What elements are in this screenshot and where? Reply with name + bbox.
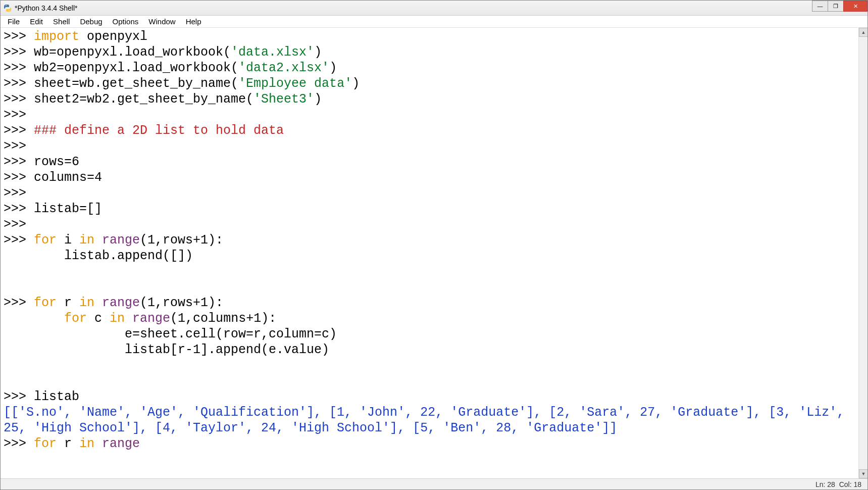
window-title: *Python 3.4.4 Shell* bbox=[15, 4, 78, 12]
status-col: Col: 18 bbox=[839, 480, 861, 488]
close-button[interactable]: ✕ bbox=[843, 1, 867, 12]
prompt: >>> bbox=[4, 29, 34, 44]
minimize-button[interactable]: — bbox=[812, 1, 828, 12]
code-text: ) bbox=[352, 76, 360, 91]
prompt: >>> bbox=[4, 186, 34, 201]
code-text: wb2=openpyxl.load_workbook( bbox=[34, 61, 238, 75]
prompt: >>> bbox=[4, 108, 34, 122]
kw-for: for bbox=[34, 233, 57, 248]
code-text bbox=[94, 436, 102, 451]
code-text bbox=[94, 296, 102, 310]
menu-debug[interactable]: Debug bbox=[75, 16, 107, 27]
content-wrap: >>> import openpyxl >>> wb=openpyxl.load… bbox=[1, 28, 867, 478]
builtin-range: range bbox=[102, 436, 140, 451]
status-line: Ln: 28 bbox=[815, 480, 835, 488]
code-text: r bbox=[57, 296, 79, 310]
code-text: openpyxl bbox=[79, 29, 147, 44]
code-text: ) bbox=[329, 61, 337, 75]
prompt: >>> bbox=[4, 45, 34, 60]
titlebar[interactable]: *Python 3.4.4 Shell* — ❐ ✕ bbox=[1, 1, 867, 16]
code-text bbox=[125, 311, 132, 326]
kw-for: for bbox=[34, 296, 57, 310]
kw-in: in bbox=[110, 311, 125, 326]
string-literal: 'Employee data' bbox=[238, 76, 352, 91]
menu-shell[interactable]: Shell bbox=[48, 16, 75, 27]
shell-content[interactable]: >>> import openpyxl >>> wb=openpyxl.load… bbox=[1, 28, 858, 478]
code-text bbox=[94, 233, 102, 248]
code-text: listab=[] bbox=[34, 202, 102, 216]
string-literal: 'Sheet3' bbox=[253, 92, 314, 107]
prompt: >>> bbox=[4, 61, 34, 75]
statusbar: Ln: 28 Col: 18 bbox=[1, 478, 867, 489]
menubar: File Edit Shell Debug Options Window Hel… bbox=[1, 16, 867, 28]
prompt: >>> bbox=[4, 139, 34, 154]
menu-edit[interactable]: Edit bbox=[25, 16, 48, 27]
output-text: [['S.no', 'Name', 'Age', 'Qualification'… bbox=[4, 405, 852, 435]
app-icon bbox=[4, 4, 12, 12]
builtin-range: range bbox=[102, 233, 140, 248]
kw-in: in bbox=[79, 296, 94, 310]
scroll-down-arrow[interactable]: ▼ bbox=[859, 469, 867, 478]
code-text: wb=openpyxl.load_workbook( bbox=[34, 45, 231, 60]
menu-options[interactable]: Options bbox=[108, 16, 144, 27]
code-text: (1,rows+1): bbox=[140, 233, 223, 248]
svg-point-0 bbox=[6, 5, 7, 6]
menu-window[interactable]: Window bbox=[143, 16, 180, 27]
prompt: >>> bbox=[4, 76, 34, 91]
code-text: e=sheet.cell(row=r,column=c) bbox=[4, 327, 337, 341]
prompt: >>> bbox=[4, 202, 34, 216]
code-text: sheet2=wb2.get_sheet_by_name( bbox=[34, 92, 253, 107]
prompt: >>> bbox=[4, 436, 34, 451]
prompt: >>> bbox=[4, 155, 34, 169]
maximize-button[interactable]: ❐ bbox=[828, 1, 844, 12]
code-text: listab.append([]) bbox=[4, 249, 193, 263]
code-text: sheet=wb.get_sheet_by_name( bbox=[34, 76, 238, 91]
prompt: >>> bbox=[4, 389, 34, 404]
string-literal: 'data2.xlsx' bbox=[238, 61, 329, 75]
prompt: >>> bbox=[4, 233, 34, 248]
kw-import: import bbox=[34, 29, 79, 44]
code-text: listab[r-1].append(e.value) bbox=[4, 342, 329, 357]
prompt: >>> bbox=[4, 92, 34, 107]
code-text bbox=[4, 311, 64, 326]
kw-for: for bbox=[34, 436, 57, 451]
code-text: ) bbox=[314, 92, 322, 107]
comment: ### define a 2D list to hold data bbox=[34, 123, 284, 138]
builtin-range: range bbox=[132, 311, 170, 326]
code-text: listab bbox=[34, 389, 79, 404]
string-literal: 'data.xlsx' bbox=[231, 45, 314, 60]
builtin-range: range bbox=[102, 296, 140, 310]
code-text: rows=6 bbox=[34, 155, 79, 169]
code-text: (1,columns+1): bbox=[170, 311, 276, 326]
prompt: >>> bbox=[4, 123, 34, 138]
code-text: c bbox=[87, 311, 110, 326]
code-text: ) bbox=[314, 45, 322, 60]
code-text: r bbox=[57, 436, 79, 451]
menu-help[interactable]: Help bbox=[181, 16, 207, 27]
prompt: >>> bbox=[4, 170, 34, 185]
scroll-up-arrow[interactable]: ▲ bbox=[859, 28, 867, 37]
kw-for: for bbox=[64, 311, 87, 326]
prompt: >>> bbox=[4, 296, 34, 310]
window-controls: — ❐ ✕ bbox=[812, 1, 867, 12]
kw-in: in bbox=[79, 233, 94, 248]
vertical-scrollbar[interactable]: ▲ ▼ bbox=[858, 28, 867, 478]
svg-point-1 bbox=[9, 10, 10, 11]
kw-in: in bbox=[79, 436, 94, 451]
code-text: columns=4 bbox=[34, 170, 102, 185]
python-shell-window: *Python 3.4.4 Shell* — ❐ ✕ File Edit She… bbox=[0, 0, 868, 490]
code-text: i bbox=[57, 233, 79, 248]
prompt: >>> bbox=[4, 217, 34, 232]
menu-file[interactable]: File bbox=[3, 16, 25, 27]
code-text: (1,rows+1): bbox=[140, 296, 223, 310]
